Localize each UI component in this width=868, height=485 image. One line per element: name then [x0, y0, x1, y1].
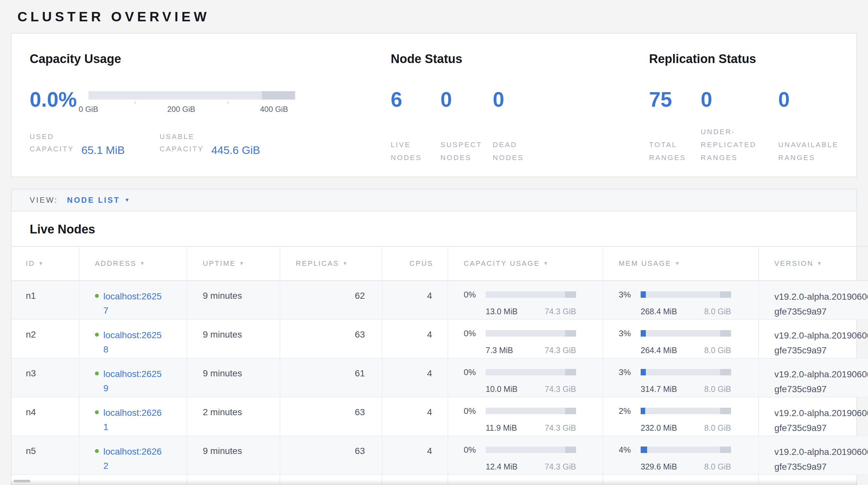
column-header[interactable]: CAPACITY USAGE▼: [448, 247, 603, 281]
node-uptime-cell: 9 minutes: [187, 358, 280, 397]
capacity-percent: 0%: [464, 443, 483, 456]
capacity-usage-bar: [486, 369, 576, 375]
node-cpus: 4: [427, 446, 432, 456]
capacity-bar-dark-segment: [565, 291, 576, 298]
mem-used: 314.7 MiB: [641, 382, 677, 395]
mem-usage-bar: [641, 291, 731, 298]
node-uptime: 9 minutes: [203, 446, 242, 456]
mem-total: 8.0 GiB: [704, 305, 731, 318]
column-header-label: UPTIME: [203, 259, 236, 267]
node-list-card: VIEW: NODE LIST ▼ Live Nodes ID▼ ADDRESS…: [11, 189, 857, 485]
node-id: n4: [26, 407, 36, 417]
capacity-bar-chart: 0 GiB 200 GiB 400 GiB: [89, 91, 295, 115]
node-address-cell: localhost:26262: [79, 436, 187, 475]
mem-usage-cell: 4% 329.6 MiB 8.0 GiB: [603, 436, 758, 475]
mem-percent: 3%: [619, 288, 638, 301]
unavailable-ranges-value: 0: [778, 88, 857, 111]
node-id-cell: n5: [11, 436, 79, 475]
node-uptime: 9 minutes: [203, 368, 242, 378]
usable-capacity-label: USABLE CAPACITY: [159, 131, 206, 155]
node-version-cell: v19.2.0-alpha.20190606-2491-gfe735c9a97: [758, 281, 868, 319]
column-header[interactable]: ADDRESS▼: [79, 247, 187, 281]
node-id: n3: [26, 368, 36, 378]
view-selector-dropdown[interactable]: NODE LIST ▼: [67, 196, 131, 205]
table-row-partial: [11, 475, 868, 485]
suspect-nodes-label: SUSPECT NODES: [440, 138, 493, 164]
node-address-link[interactable]: localhost:26257: [103, 289, 163, 318]
node-address-link[interactable]: localhost:26258: [103, 328, 163, 356]
node-replicas-cell: 63: [280, 397, 382, 436]
node-version: v19.2.0-alpha.20190606-2491-gfe735c9a97: [774, 447, 868, 472]
used-capacity-stat: USED CAPACITY 65.1 MiB: [30, 131, 125, 155]
page-title: CLUSTER OVERVIEW: [18, 9, 857, 25]
total-ranges-value: 75: [649, 88, 701, 111]
capacity-bar-dark-segment: [565, 447, 576, 453]
capacity-percent: 0%: [464, 366, 483, 379]
column-header[interactable]: REPLICAS▼: [280, 247, 382, 281]
node-id-cell: n1: [11, 281, 79, 319]
column-header-label: ID: [26, 259, 35, 267]
node-address-link[interactable]: localhost:26259: [103, 367, 163, 395]
column-header[interactable]: VERSION▼: [758, 247, 868, 281]
node-version-cell: v19.2.0-alpha.20190606-2491-gfe735c9a97: [758, 319, 868, 358]
unavailable-ranges-label: UNAVAILABLE RANGES: [778, 138, 849, 164]
mem-total: 8.0 GiB: [704, 460, 731, 473]
capacity-usage-cell: 0% 13.0 MiB 74.3 GiB: [448, 281, 603, 319]
view-selected-value: NODE LIST: [67, 196, 120, 205]
node-address-link[interactable]: localhost:26261: [103, 406, 163, 434]
dead-nodes-value: 0: [493, 88, 551, 111]
column-header[interactable]: ID▼: [11, 247, 79, 281]
axis-label-200: 200 GiB: [167, 105, 195, 114]
mem-bar-dark-segment: [720, 447, 731, 453]
column-header-label: VERSION: [774, 259, 813, 267]
capacity-percent: 0%: [464, 288, 483, 301]
node-address-link[interactable]: localhost:26262: [103, 445, 163, 473]
capacity-used: 7.3 MiB: [486, 344, 513, 356]
capacity-usage-cell: 0% 10.0 MiB 74.3 GiB: [448, 358, 603, 397]
node-health-dot-icon: [95, 372, 99, 375]
node-cpus-cell: 4: [382, 358, 448, 397]
usable-capacity-stat: USABLE CAPACITY 445.6 GiB: [159, 131, 260, 155]
column-header-label: CAPACITY USAGE: [464, 259, 540, 267]
node-health-dot-icon: [95, 333, 99, 337]
node-cpus: 4: [427, 291, 432, 301]
capacity-total: 74.3 GiB: [545, 421, 576, 434]
node-version-cell: v19.2.0-alpha.20190606-2491-gfe735c9a97: [758, 358, 868, 397]
node-cpus-cell: 4: [382, 436, 448, 475]
node-cpus: 4: [427, 330, 432, 340]
node-replicas: 61: [355, 368, 365, 378]
table-row: n5 localhost:26262 9 minutes 63 4 0% 12.…: [11, 436, 868, 475]
capacity-bar-dark-segment: [565, 408, 576, 414]
node-replicas-cell: 61: [280, 358, 382, 397]
node-cpus: 4: [427, 407, 432, 417]
used-capacity-value: 65.1 MiB: [82, 144, 125, 156]
column-header[interactable]: MEM USAGE▼: [603, 247, 758, 281]
capacity-usage-bar: [486, 291, 576, 298]
horizontal-scrollbar-thumb[interactable]: [13, 480, 30, 482]
mem-used: 232.0 MiB: [641, 421, 677, 434]
live-nodes-title: Live Nodes: [11, 211, 857, 246]
mem-usage-cell: 3% 268.4 MiB 8.0 GiB: [603, 281, 758, 319]
live-nodes-value: 6: [391, 88, 440, 111]
table-row: n3 localhost:26259 9 minutes 61 4 0% 10.…: [11, 358, 868, 397]
mem-usage-bar: [641, 369, 731, 375]
mem-used: 268.4 MiB: [641, 305, 677, 318]
node-replicas-cell: 63: [280, 319, 382, 358]
column-header: CPUS: [382, 247, 448, 281]
mem-bar-dark-segment: [720, 291, 731, 298]
node-version: v19.2.0-alpha.20190606-2491-gfe735c9a97: [774, 292, 868, 317]
capacity-percent: 0%: [464, 404, 483, 418]
mem-percent: 3%: [619, 366, 638, 379]
node-health-dot-icon: [95, 410, 99, 414]
node-health-dot-icon: [95, 294, 99, 298]
capacity-used: 13.0 MiB: [486, 305, 518, 318]
mem-percent: 3%: [619, 327, 638, 340]
node-version: v19.2.0-alpha.20190606-2491-gfe735c9a97: [774, 331, 868, 355]
capacity-total: 74.3 GiB: [545, 305, 576, 318]
sort-caret-icon: ▼: [38, 261, 44, 266]
table-row: n1 localhost:26257 9 minutes 62 4 0% 13.…: [11, 281, 868, 319]
live-nodes-label: LIVE NODES: [391, 138, 436, 164]
total-ranges-label: TOTAL RANGES: [649, 138, 698, 164]
mem-bar-dark-segment: [720, 330, 731, 337]
column-header[interactable]: UPTIME▼: [187, 247, 280, 281]
